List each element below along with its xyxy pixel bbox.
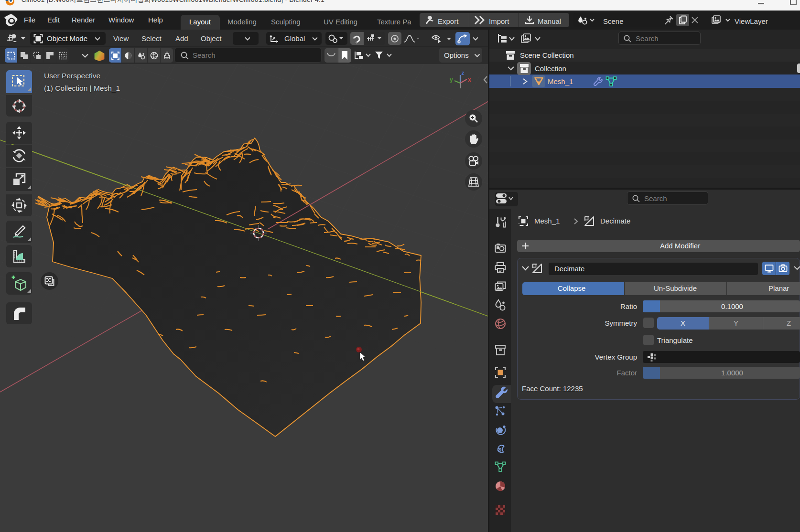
svg-text:x: x: [468, 76, 471, 83]
svg-text:y: y: [450, 76, 453, 83]
svg-text:z: z: [462, 70, 465, 76]
